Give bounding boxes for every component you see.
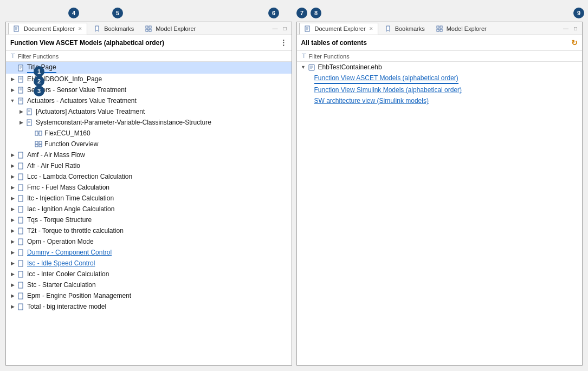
expander-ehandbook[interactable]: ▶ <box>8 75 17 83</box>
svg-rect-24 <box>27 120 31 126</box>
expander-flexecu <box>25 129 34 138</box>
doc-explorer-icon-left <box>13 25 21 32</box>
expander-t2t[interactable]: ▶ <box>8 226 17 235</box>
refresh-icon[interactable]: ↻ <box>571 38 578 47</box>
tab-document-explorer-right[interactable]: Document Explorer ✕ <box>299 23 378 35</box>
expander-iac[interactable]: ▶ <box>8 205 17 213</box>
svg-rect-5 <box>149 26 151 28</box>
expander-actuators-sub[interactable]: ▶ <box>17 107 25 116</box>
expander-actuators[interactable]: ▼ <box>8 96 17 105</box>
tab-bookmarks-right[interactable]: Bookmarks <box>379 23 430 35</box>
tree-item-total[interactable]: ▶ Total - big interactive model <box>6 301 292 312</box>
icon-total <box>17 303 25 310</box>
main-container: Document Explorer ✕ Bookmarks <box>0 0 588 371</box>
bubble-b6: 6 <box>268 8 279 18</box>
tree-item-dummy[interactable]: ▶ Dummy - Component Control <box>6 247 292 258</box>
right-minimize-btn[interactable]: — <box>561 24 570 33</box>
expander-dummy[interactable]: ▶ <box>8 248 17 257</box>
left-panel-menu-icon[interactable]: ⋮ <box>280 38 287 47</box>
left-panel: Document Explorer ✕ Bookmarks <box>5 22 292 366</box>
expander-amf[interactable]: ▶ <box>8 151 17 159</box>
svg-rect-54 <box>440 26 442 28</box>
svg-rect-41 <box>18 228 23 234</box>
tree-item-flexecu[interactable]: FlexECU_M160 <box>6 128 292 139</box>
tree-item-actuators[interactable]: ▼ Actuators - Actuators Value Treatment <box>6 95 292 106</box>
tree-item-afr[interactable]: ▶ Afr - Air Fuel Ratio <box>6 160 292 171</box>
expander-toc-file[interactable]: ▼ <box>299 63 308 71</box>
tree-item-opm[interactable]: ▶ Opm - Operation Mode <box>6 236 292 247</box>
left-minimize-btn[interactable]: — <box>271 24 280 33</box>
svg-rect-33 <box>39 145 42 147</box>
tree-item-lcc[interactable]: ▶ Lcc - Lambda Correction Calculation <box>6 171 292 182</box>
tree-item-actuators-sub[interactable]: ▶ [Actuators] Actuators Value Treatment <box>6 106 292 117</box>
svg-rect-4 <box>146 26 148 28</box>
expander-stc[interactable]: ▶ <box>8 281 17 289</box>
expander-title-page[interactable] <box>8 63 17 72</box>
tab-model-explorer-right[interactable]: Model Explorer <box>431 23 492 35</box>
left-tree[interactable]: Title Page ▶ EHANDBOOK_Info_Page ▶ Senso… <box>6 62 292 365</box>
label-total: Total - big interactive model <box>27 302 106 311</box>
tree-item-iac[interactable]: ▶ Iac - Ignition Angle Calculation <box>6 204 292 214</box>
toc-item-sw-arch[interactable]: SW architecture view (Simulink models) <box>297 95 583 106</box>
expander-fmc[interactable]: ▶ <box>8 183 17 192</box>
tree-item-title-page[interactable]: Title Page <box>6 62 292 74</box>
label-opm: Opm - Operation Mode <box>27 237 94 246</box>
right-maximize-btn[interactable]: □ <box>571 24 580 33</box>
svg-rect-8 <box>18 65 23 71</box>
svg-rect-15 <box>18 87 23 93</box>
toc-item-ascet[interactable]: Function View ASCET Models (alphabetical… <box>297 73 583 84</box>
tab-close-right[interactable]: ✕ <box>369 26 373 31</box>
right-tree[interactable]: ▼ EhbTestContainer.ehb Function View ASC… <box>297 62 583 365</box>
tree-item-ehandbook[interactable]: ▶ EHANDBOOK_Info_Page <box>6 74 292 84</box>
tree-item-stc[interactable]: ▶ Stc - Starter Calculation <box>6 279 292 290</box>
tree-item-icc[interactable]: ▶ Icc - Inter Cooler Calculation <box>6 269 292 279</box>
expander-sensors[interactable]: ▶ <box>8 86 17 94</box>
expander-opm[interactable]: ▶ <box>8 237 17 246</box>
tab-model-explorer-left[interactable]: Model Explorer <box>140 23 201 35</box>
right-filter-bar: ⊤ Filter Functions <box>297 51 583 62</box>
model-explorer-icon-left <box>145 25 152 32</box>
expander-total[interactable]: ▶ <box>8 302 17 311</box>
bubble-b3: 3 <box>34 86 44 96</box>
svg-rect-53 <box>437 26 439 28</box>
tab-bookmarks-left[interactable]: Bookmarks <box>88 23 139 35</box>
tree-item-fmc[interactable]: ▶ Fmc - Fuel Mass Calculation <box>6 182 292 193</box>
tab-close-left[interactable]: ✕ <box>78 26 82 31</box>
right-panel-title: All tables of contents <box>301 39 367 47</box>
tree-item-tqs[interactable]: ▶ Tqs - Torque Structure <box>6 214 292 225</box>
expander-afr[interactable]: ▶ <box>8 161 17 170</box>
expander-lcc[interactable]: ▶ <box>8 172 17 181</box>
tree-item-function-overview[interactable]: Function Overview <box>6 139 292 149</box>
left-maximize-btn[interactable]: □ <box>281 24 289 33</box>
svg-rect-12 <box>18 76 23 82</box>
label-systemconstant: Systemconstant-Parameter-Variable-Classi… <box>36 118 211 127</box>
expander-tqs[interactable]: ▶ <box>8 216 17 224</box>
expander-itc[interactable]: ▶ <box>8 194 17 203</box>
svg-rect-42 <box>18 239 23 245</box>
label-actuators-sub: [Actuators] Actuators Value Treatment <box>36 107 145 116</box>
expander-icc[interactable]: ▶ <box>8 270 17 278</box>
tab-label-doc-explorer-right: Document Explorer <box>315 25 366 32</box>
icon-function-overview <box>34 140 43 148</box>
tree-item-isc[interactable]: ▶ Isc - Idle Speed Control <box>6 258 292 269</box>
right-tab-bar: Document Explorer ✕ Bookmarks <box>297 22 583 35</box>
toc-file-node[interactable]: ▼ EhbTestContainer.ehb <box>297 62 583 73</box>
tree-item-t2t[interactable]: ▶ T2t - Torque to throttle calculation <box>6 225 292 236</box>
tree-item-epm[interactable]: ▶ Epm - Engine Position Management <box>6 290 292 301</box>
tree-item-sensors[interactable]: ▶ Sensors - Sensor Value Treatment <box>6 84 292 95</box>
expander-systemconstant[interactable]: ▶ <box>17 118 25 127</box>
tab-label-bookmarks-right: Bookmarks <box>395 25 425 32</box>
label-stc: Stc - Starter Calculation <box>27 280 96 290</box>
tree-item-itc[interactable]: ▶ Itc - Injection Time Calculation <box>6 193 292 204</box>
expander-isc[interactable]: ▶ <box>8 259 17 268</box>
icon-toc-file <box>308 63 316 71</box>
expander-epm[interactable]: ▶ <box>8 291 17 300</box>
toc-item-simulink[interactable]: Function View Simulink Models (alphabeti… <box>297 84 583 95</box>
icon-afr <box>17 162 25 170</box>
label-fmc: Fmc - Fuel Mass Calculation <box>27 183 109 192</box>
svg-rect-35 <box>18 163 23 169</box>
tab-document-explorer-left[interactable]: Document Explorer ✕ <box>8 23 87 35</box>
label-isc: Isc - Idle Speed Control <box>27 258 95 268</box>
tree-item-amf[interactable]: ▶ Amf - Air Mass Flow <box>6 149 292 160</box>
tree-item-systemconstant[interactable]: ▶ Systemconstant-Parameter-Variable-Clas… <box>6 117 292 128</box>
